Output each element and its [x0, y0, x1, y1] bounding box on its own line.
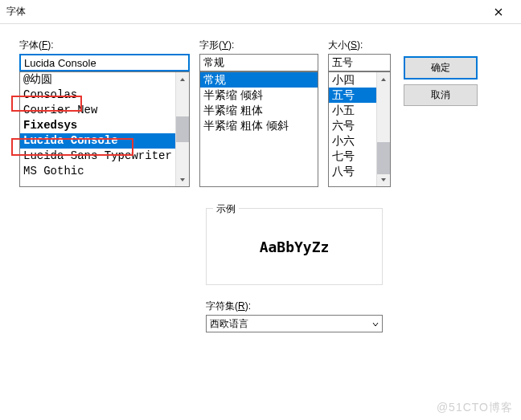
- font-input[interactable]: [19, 54, 190, 71]
- scrollbar[interactable]: [175, 72, 189, 186]
- scroll-down-icon[interactable]: [176, 173, 189, 186]
- sample-box: 示例 AaBbYyZz: [206, 208, 383, 285]
- list-item[interactable]: 小四: [329, 72, 376, 88]
- list-item[interactable]: MS Gothic: [20, 164, 175, 179]
- watermark: @51CTO博客: [437, 401, 513, 415]
- list-item[interactable]: 半紧缩 粗体 倾斜: [200, 118, 318, 133]
- font-column: 字体(F): @幼圆 Consolas Courier New Fixedsys…: [19, 39, 190, 187]
- font-label: 字体(F):: [19, 39, 190, 52]
- size-input[interactable]: [328, 54, 391, 71]
- list-item[interactable]: 五号: [329, 88, 376, 103]
- cancel-button[interactable]: 取消: [404, 84, 478, 106]
- charset-select[interactable]: 西欧语言: [206, 315, 383, 332]
- charset-label: 字符集(R):: [206, 300, 251, 313]
- list-item[interactable]: Fixedsys: [20, 118, 175, 133]
- list-item[interactable]: 六号: [329, 118, 376, 133]
- list-item[interactable]: 七号: [329, 149, 376, 164]
- scroll-down-icon[interactable]: [377, 173, 390, 186]
- style-label: 字形(Y):: [199, 39, 318, 52]
- lower-section: 示例 AaBbYyZz 字符集(R): 西欧语言: [206, 208, 383, 332]
- list-item[interactable]: 半紧缩 粗体: [200, 103, 318, 118]
- sample-text: AaBbYyZz: [260, 239, 330, 255]
- style-input[interactable]: [199, 54, 318, 71]
- style-column: 字形(Y): 常规 半紧缩 倾斜 半紧缩 粗体 半紧缩 粗体 倾斜: [199, 39, 318, 187]
- buttons-column: 确定 取消: [404, 39, 478, 187]
- ok-button[interactable]: 确定: [404, 56, 478, 80]
- titlebar: 字体: [0, 0, 521, 24]
- scroll-up-icon[interactable]: [176, 72, 189, 86]
- list-item[interactable]: Courier New: [20, 103, 175, 118]
- scroll-thumb[interactable]: [176, 116, 189, 142]
- list-item[interactable]: Lucida Sans Typewriter: [20, 149, 175, 164]
- size-label: 大小(S):: [328, 39, 391, 52]
- size-column: 大小(S): 小四 五号 小五 六号 小六 七号 八号: [328, 39, 391, 187]
- list-item[interactable]: 小五: [329, 103, 376, 118]
- dialog-body: 字体(F): @幼圆 Consolas Courier New Fixedsys…: [0, 24, 521, 202]
- style-listbox[interactable]: 常规 半紧缩 倾斜 半紧缩 粗体 半紧缩 粗体 倾斜: [199, 71, 318, 187]
- chevron-down-icon: [372, 318, 379, 329]
- sample-label: 示例: [213, 202, 239, 216]
- scrollbar[interactable]: [376, 72, 390, 186]
- list-item[interactable]: @幼圆: [20, 72, 175, 88]
- list-item[interactable]: 半紧缩 倾斜: [200, 88, 318, 103]
- font-listbox[interactable]: @幼圆 Consolas Courier New Fixedsys Lucida…: [19, 71, 190, 187]
- size-listbox[interactable]: 小四 五号 小五 六号 小六 七号 八号: [328, 71, 391, 187]
- list-item[interactable]: 常规: [200, 72, 318, 88]
- list-item[interactable]: Consolas: [20, 88, 175, 103]
- scroll-up-icon[interactable]: [377, 72, 390, 86]
- list-item[interactable]: 小六: [329, 133, 376, 149]
- close-icon: [494, 8, 503, 16]
- scroll-thumb[interactable]: [377, 142, 390, 174]
- list-item[interactable]: 八号: [329, 164, 376, 179]
- list-item[interactable]: Lucida Console: [20, 133, 175, 149]
- close-button[interactable]: [482, 1, 515, 23]
- window-title: 字体: [6, 5, 26, 18]
- charset-value: 西欧语言: [210, 317, 248, 331]
